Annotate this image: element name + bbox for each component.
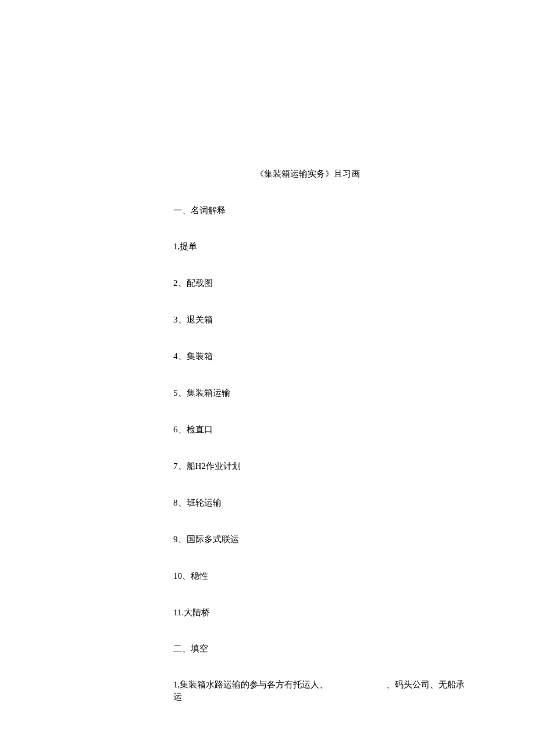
term-item: 8、班轮运输	[173, 497, 465, 509]
fill-blank-prefix: 1,集装箱水路运输的参与各方有托运人、	[173, 680, 328, 689]
term-item: 6、检直口	[173, 424, 465, 436]
term-item: 11.大陆桥	[173, 607, 465, 619]
section-2-heading: 二、填空	[173, 643, 465, 654]
term-item: 4、集装箱	[173, 350, 465, 363]
document-title: 《集装箱运输实务》且习画	[173, 169, 465, 180]
term-item: 7、船H2作业计划	[173, 460, 465, 472]
term-item: 9、国际多式联运	[173, 533, 465, 546]
term-item: 5、集装箱运输	[173, 387, 465, 399]
term-item: 10、稳性	[173, 570, 465, 582]
term-item: 3、退关箱	[173, 314, 465, 326]
section-1-heading: 一、名词解释	[173, 205, 465, 216]
term-item: 2、配载图	[173, 277, 465, 289]
term-item: 1,提单	[173, 241, 465, 253]
fill-blank-item: 1,集装箱水路运输的参与各方有托运人、、码头公司、无船承运	[173, 679, 465, 703]
document-page: 《集装箱运输实务》且习画 一、名词解释 1,提单 2、配载图 3、退关箱 4、集…	[0, 0, 535, 703]
